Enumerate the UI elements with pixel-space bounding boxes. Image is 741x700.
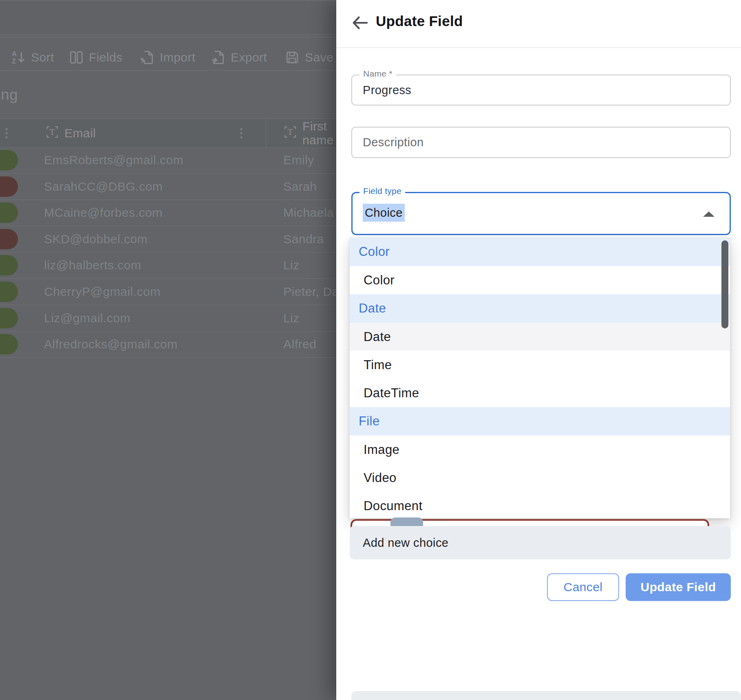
dropdown-item[interactable]: Time: [350, 351, 730, 379]
table-row[interactable]: Alfredrocks@gmail.comAlfred: [0, 331, 336, 358]
svg-text:T: T: [287, 127, 293, 136]
panel-title: Update Field: [376, 13, 463, 29]
toolbar-label: Import: [160, 51, 195, 64]
dropdown-item[interactable]: Video: [350, 464, 730, 492]
table-row[interactable]: EmsRoberts@gmail.comEmily: [0, 147, 336, 174]
export-icon: [210, 50, 226, 65]
email-cell: CherryP@gmail.com: [44, 279, 161, 305]
field-type-value: Choice: [363, 192, 405, 235]
status-badge: [0, 308, 18, 328]
column-label: First name: [302, 119, 336, 147]
divider: [0, 34, 336, 35]
name-field: Name *: [351, 75, 731, 106]
table-row[interactable]: liz@halberts.comLiz: [0, 252, 336, 279]
chevron-up-icon[interactable]: [703, 211, 715, 217]
status-badge: [0, 255, 18, 275]
text-type-icon: T: [284, 125, 297, 141]
toolbar-label: Fields: [89, 51, 122, 64]
divider: [0, 37, 336, 37]
column-divider: [266, 119, 266, 147]
dropdown-group-header: File: [350, 407, 730, 436]
add-new-choice-button[interactable]: Add new choice: [350, 526, 731, 559]
email-cell: SKD@dobbel.com: [44, 226, 148, 252]
table-row[interactable]: MCaine@forbes.comMichaela: [0, 200, 336, 226]
screen: AZ Sort Fields Import Export Save ng T E…: [0, 0, 741, 700]
field-type-select[interactable]: Field type Choice: [351, 192, 731, 235]
fields-button[interactable]: Fields: [68, 47, 122, 68]
table-row[interactable]: SarahCC@DBG.comSarah: [0, 174, 336, 200]
update-field-button[interactable]: Update Field: [626, 573, 731, 601]
dropdown-list: ColorColorDateDateTimeDateTimeFileImageV…: [350, 238, 730, 518]
dropdown-item[interactable]: Date: [350, 323, 730, 351]
column-menu-kebab-icon[interactable]: [239, 119, 244, 147]
description-field: [351, 127, 731, 158]
dropdown-item[interactable]: DateTime: [350, 379, 730, 407]
save-button[interactable]: Save: [284, 47, 333, 68]
divider: [336, 47, 741, 48]
first-name-cell: Alfred: [283, 331, 316, 357]
status-badge: [0, 229, 18, 249]
first-name-cell: Pieter, Da: [283, 279, 336, 305]
first-name-cell: Sarah: [283, 174, 317, 200]
table-row[interactable]: Liz@gmail.comLiz: [0, 305, 336, 332]
back-arrow-icon: [351, 26, 369, 33]
first-name-cell: Liz: [283, 252, 300, 278]
toolbar-label: Save: [305, 51, 333, 64]
table-header: T Email T First name: [0, 119, 336, 148]
divider: [0, 70, 336, 70]
svg-text:T: T: [49, 127, 55, 136]
dropdown-item[interactable]: Document: [350, 492, 730, 518]
status-badge: [0, 334, 18, 354]
email-cell: SarahCC@DBG.com: [44, 174, 163, 200]
first-name-cell: Michaela: [283, 200, 334, 226]
email-cell: Liz@gmail.com: [44, 305, 130, 331]
first-name-column-header[interactable]: T First name: [284, 119, 336, 147]
dropdown-item[interactable]: Color: [350, 266, 730, 294]
column-label: Email: [64, 126, 96, 140]
choice-row-handle[interactable]: [390, 517, 423, 526]
import-button[interactable]: Import: [139, 47, 195, 68]
first-name-cell: Emily: [283, 147, 314, 173]
first-name-cell: Liz: [283, 305, 300, 331]
svg-text:A: A: [12, 51, 17, 57]
bottom-section-partial: [351, 691, 741, 700]
status-badge: [0, 150, 18, 170]
dropdown-group-header: Date: [350, 294, 730, 323]
dropdown-group-header: Color: [350, 238, 730, 266]
scrollbar-thumb[interactable]: [721, 240, 728, 328]
field-type-box: [351, 192, 731, 235]
table-row[interactable]: SKD@dobbel.comSandra: [0, 226, 336, 253]
field-type-dropdown: ColorColorDateDateTimeDateTimeFileImageV…: [350, 238, 730, 518]
export-button[interactable]: Export: [210, 47, 267, 68]
text-type-icon: T: [46, 125, 59, 141]
email-cell: liz@halberts.com: [44, 252, 141, 278]
name-input[interactable]: [351, 75, 731, 106]
email-column-header[interactable]: T Email: [46, 119, 96, 147]
back-button[interactable]: [351, 14, 369, 32]
toolbar-label: Sort: [31, 51, 54, 64]
fields-icon: [68, 50, 84, 65]
email-cell: Alfredrocks@gmail.com: [44, 331, 178, 357]
import-icon: [139, 50, 155, 65]
sort-button[interactable]: AZ Sort: [11, 47, 54, 68]
dropdown-item[interactable]: Image: [350, 436, 730, 464]
view-title-partial: ng: [1, 86, 18, 103]
selected-text: Choice: [363, 204, 405, 222]
background-app-dimmed: AZ Sort Fields Import Export Save ng T E…: [0, 0, 336, 700]
table-row[interactable]: CherryP@gmail.comPieter, Da: [0, 279, 336, 305]
first-name-cell: Sandra: [283, 226, 324, 252]
email-cell: EmsRoberts@gmail.com: [44, 147, 183, 173]
status-badge: [0, 203, 18, 223]
status-badge: [0, 176, 18, 197]
cancel-button[interactable]: Cancel: [547, 573, 619, 601]
description-input[interactable]: [351, 127, 731, 158]
email-cell: MCaine@forbes.com: [44, 200, 163, 226]
sort-icon: AZ: [11, 50, 26, 65]
top-band: [0, 0, 336, 35]
save-icon: [284, 50, 300, 65]
status-badge: [0, 282, 18, 302]
name-field-label: Name *: [359, 69, 396, 79]
update-field-panel: Update Field Name * Field type Choice Co…: [336, 0, 741, 700]
column-menu-kebab-icon[interactable]: [4, 119, 9, 147]
svg-text:Z: Z: [12, 58, 16, 65]
